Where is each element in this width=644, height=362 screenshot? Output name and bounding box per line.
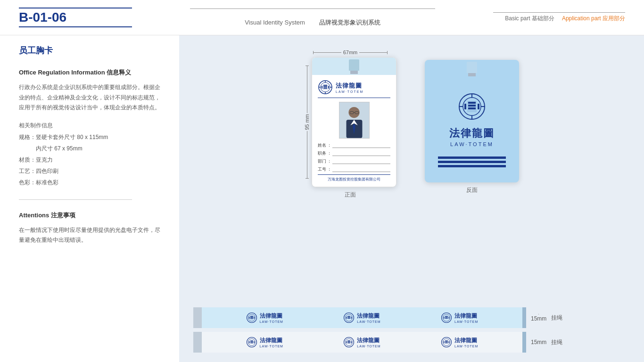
strip-left-tab-2 [193, 332, 202, 353]
lanyard-logo-1a: 法律龍圖 LAW·TOTEM [246, 312, 283, 323]
svg-rect-3 [323, 85, 327, 86]
lanyard-section: 法律龍圖 LAW·TOTEM [193, 307, 630, 353]
logo-en-front: LAW·TOTEM [336, 90, 363, 93]
info-text: 行政办公系统是企业识别系统中的重要组成部分。根据企业的特点、企业精神及企业文化，… [19, 82, 160, 113]
lanyard-icon-1a [246, 312, 257, 323]
svg-rect-56 [250, 340, 253, 341]
stripe-1 [438, 156, 506, 159]
svg-rect-6 [322, 86, 322, 89]
svg-rect-46 [351, 317, 352, 319]
front-card-row: 95 mm [304, 57, 396, 187]
back-logo-en: LAW·TOTEM [450, 141, 494, 147]
svg-rect-26 [464, 104, 466, 109]
svg-rect-57 [250, 342, 253, 343]
vis-system-cn-label: 品牌视觉形象识别系统 [319, 18, 380, 27]
stripe-3 [438, 165, 506, 167]
svg-rect-63 [347, 340, 350, 341]
svg-rect-72 [445, 343, 448, 344]
back-card-wrapper: 法律龍圖 LAW·TOTEM 反面 [425, 49, 519, 194]
logo-cn-front: 法律龍圖 [336, 82, 363, 90]
strap-top [349, 59, 359, 71]
field-name: 姓名： [318, 142, 390, 148]
svg-rect-27 [478, 104, 479, 109]
svg-rect-50 [445, 317, 448, 318]
header-left: B-01-06 [19, 8, 132, 28]
back-clip [468, 73, 476, 76]
svg-rect-4 [323, 86, 327, 87]
lanyard-text-2c: 法律龍圖 LAW·TOTEM [454, 337, 478, 348]
lanyard-text-2b: 法律龍圖 LAW·TOTEM [357, 337, 380, 348]
header-center: Visual Identity System 品牌视觉形象识别系统 [190, 8, 435, 27]
spec-color: 色彩：标准色彩 [19, 177, 160, 188]
field-dept: 部门： [318, 158, 390, 165]
svg-rect-66 [346, 341, 347, 344]
card-photo [339, 102, 370, 139]
back-strap-area [467, 60, 477, 77]
dim-95mm-col: 95 mm [304, 66, 310, 179]
page-header: B-01-06 Visual Identity System 品牌视觉形象识别系… [0, 0, 644, 35]
svg-rect-53 [449, 317, 450, 319]
lanyard-size-2: 15mm [531, 339, 546, 346]
specs-section: 相关制作信息 规格：竖硬卡套外尺寸 80 x 115mm 内尺寸 67 x 95… [19, 122, 160, 188]
page-code: B-01-06 [19, 10, 132, 25]
lanyard-text-2a: 法律龍圖 LAW·TOTEM [260, 337, 283, 348]
svg-rect-38 [249, 317, 250, 319]
cards-section: 67mm 95 mm [193, 45, 630, 298]
spec-process: 工艺：四色印刷 [19, 165, 160, 177]
specs-title: 相关制作信息 [19, 122, 160, 130]
svg-rect-59 [249, 341, 250, 344]
attention-heading: Attentions 注意事项 [19, 211, 160, 220]
card-logo-row: 法律龍圖 LAW·TOTEM [318, 80, 390, 98]
svg-rect-51 [445, 318, 448, 319]
lanyard-logo-1b: 法律龍圖 LAW·TOTEM [343, 312, 380, 323]
logo-text-front: 法律龍圖 LAW·TOTEM [336, 82, 363, 93]
svg-rect-35 [250, 316, 253, 317]
spec-inner-size: 内尺寸 67 x 95mm [19, 143, 160, 154]
info-heading: Office Regulation Information 信息释义 [19, 68, 160, 77]
svg-rect-23 [468, 102, 476, 104]
strip-left-tab-1 [193, 307, 202, 328]
svg-rect-25 [468, 107, 476, 109]
lanyard-icon-2a [246, 337, 257, 348]
svg-rect-52 [444, 317, 445, 319]
attention-text: 在一般情况下使用时应尽量使用提供的光盘电子文件，尽量避免在重绘中出现错误。 [19, 225, 160, 246]
back-strap [467, 62, 477, 73]
lanyard-logo-2a: 法律龍圖 LAW·TOTEM [246, 337, 283, 348]
lanyard-dim-2: 15mm [531, 332, 546, 353]
header-right-text: Basic part 基础部分 Application part 应用部分 [505, 15, 625, 23]
lanyard-icon-1b [343, 312, 355, 323]
logo-icon-back [458, 92, 486, 121]
header-center-line [190, 8, 435, 9]
vis-system-en-label: Visual Identity System [245, 19, 305, 26]
lanyard-strip-1-wrapper: 法律龍圖 LAW·TOTEM [193, 307, 526, 328]
svg-rect-5 [323, 88, 327, 89]
svg-rect-73 [444, 341, 445, 344]
lanyard-icon-2c [441, 337, 452, 348]
svg-rect-39 [254, 317, 255, 319]
lanyard-dim-1: 15mm [531, 307, 546, 328]
strap-clip [350, 71, 358, 74]
strip-1-body: 法律龍圖 LAW·TOTEM [202, 307, 522, 328]
back-logo-cn: 法律龍圖 [449, 126, 495, 140]
lanyard-logo-2c: 法律龍圖 LAW·TOTEM [441, 337, 478, 348]
lanyard-strip-2-wrapper: 法律龍圖 LAW·TOTEM [193, 332, 526, 353]
front-card-wrapper: 67mm 95 mm [304, 49, 396, 199]
main-content: 员工胸卡 Office Regulation Information 信息释义 … [0, 35, 644, 362]
svg-rect-64 [347, 342, 350, 343]
svg-rect-65 [347, 343, 350, 344]
svg-rect-43 [347, 317, 350, 318]
strip-right-tab-1 [522, 307, 526, 328]
person-photo [339, 102, 369, 139]
back-label: 反面 [466, 186, 478, 194]
lanyard-row-2: 法律龍圖 LAW·TOTEM [193, 332, 630, 353]
section-title: 员工胸卡 [19, 45, 160, 56]
spec-material: 材质：亚克力 [19, 154, 160, 165]
field-id: 工号： [318, 166, 390, 173]
header-right: Basic part 基础部分 Application part 应用部分 [493, 12, 625, 23]
lanyard-size-1: 15mm [531, 315, 546, 322]
field-position: 职务： [318, 150, 390, 156]
svg-rect-44 [347, 318, 350, 319]
id-card-front: 法律龍圖 LAW·TOTEM [312, 57, 396, 187]
svg-rect-49 [445, 316, 448, 317]
lanyard-text-1a: 法律龍圖 LAW·TOTEM [260, 312, 283, 323]
